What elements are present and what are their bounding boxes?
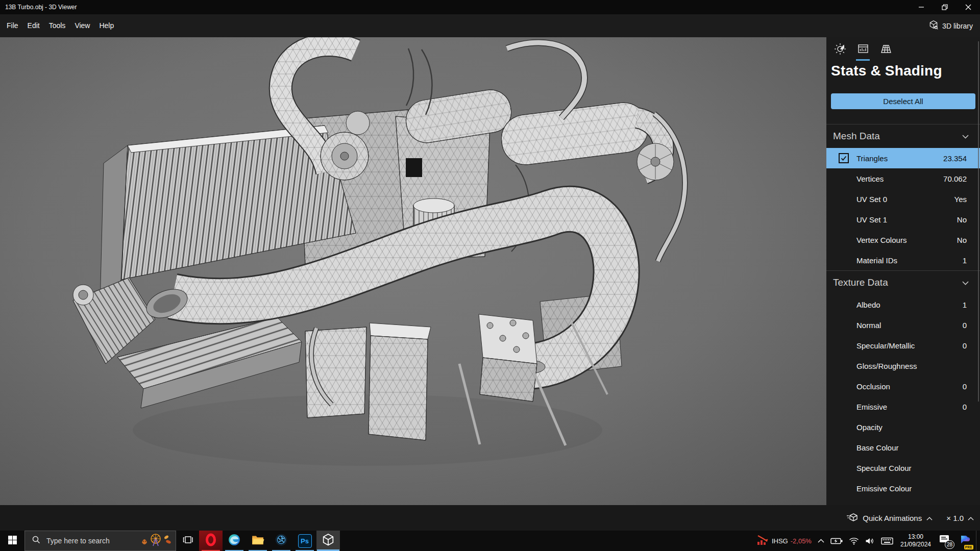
notification-center-button[interactable]: 28 [935, 531, 955, 551]
stat-row[interactable]: Occlusion 0 [826, 376, 980, 396]
clock-widget[interactable]: 13:00 21/09/2024 [896, 531, 935, 551]
section-header[interactable]: Texture Data [826, 271, 980, 294]
row-value: 70.062 [943, 174, 967, 183]
show-desktop-button[interactable] [976, 531, 979, 551]
taskbar-app-edge[interactable] [223, 531, 246, 551]
stat-row[interactable]: Material IDs 1 [826, 250, 980, 270]
search-daily-decoration [140, 532, 173, 549]
section-rows: Albedo 1 Normal 0 Specular/Metallic 0 Gl… [826, 294, 980, 498]
stat-row[interactable]: Base Colour [826, 437, 980, 458]
row-value: 1 [963, 256, 967, 265]
section-title: Texture Data [833, 277, 962, 288]
row-label: Emissive Colour [856, 484, 912, 493]
taskbar-app-3d-viewer[interactable] [316, 531, 340, 551]
menu-tools[interactable]: Tools [44, 14, 70, 37]
section-header[interactable]: Mesh Data [826, 124, 980, 148]
camera-shutter-icon [275, 533, 288, 548]
tray-date: 21/09/2024 [900, 541, 931, 548]
hidden-icons-chevron[interactable] [815, 531, 827, 551]
quick-animations-label[interactable]: Quick Animations [863, 514, 922, 522]
stat-row[interactable]: Normal 0 [826, 315, 980, 335]
copilot-preview-badge: PRE [964, 545, 973, 549]
menu-file[interactable]: File [2, 14, 23, 37]
chevron-up-icon[interactable] [968, 514, 974, 522]
row-label: UV Set 1 [856, 215, 887, 224]
stat-row[interactable]: Gloss/Roughness [826, 356, 980, 376]
row-label: Vertex Colours [856, 236, 906, 244]
3d-library-button[interactable]: 3D library [924, 14, 977, 37]
minimize-button[interactable] [910, 0, 933, 14]
windows-taskbar: Type here to search [0, 531, 980, 551]
search-box[interactable]: Type here to search [24, 531, 176, 551]
row-value: 0 [963, 321, 967, 330]
section-title: Mesh Data [833, 131, 962, 142]
opera-icon [204, 533, 217, 548]
taskbar-app-opera[interactable] [199, 531, 223, 551]
start-button[interactable] [0, 531, 24, 551]
row-checkbox[interactable] [839, 153, 849, 163]
notification-count-badge: 28 [945, 540, 954, 549]
stock-symbol: IHSG [772, 537, 788, 545]
close-button[interactable] [957, 0, 980, 14]
row-value: 0 [963, 403, 967, 411]
stock-change: -2,05% [791, 537, 812, 545]
stats-shading-panel: Stats & Shading Deselect All Mesh Data T… [826, 37, 980, 505]
taskbar-app-file-explorer[interactable] [246, 531, 270, 551]
task-view-button[interactable] [176, 531, 199, 551]
row-label: Material IDs [856, 256, 897, 265]
menu-view[interactable]: View [70, 14, 94, 37]
edge-icon [228, 533, 241, 548]
taskbar-app-shutter[interactable] [270, 531, 293, 551]
panel-section: Mesh Data Triangles 23.354 Vertices 70.0… [826, 124, 980, 270]
stat-row[interactable]: UV Set 1 No [826, 209, 980, 230]
menu-bar: File Edit Tools View Help 3D library [0, 14, 980, 37]
chevron-down-icon [962, 278, 969, 287]
window-title: 13B Turbo.obj - 3D Viewer [5, 0, 77, 14]
row-label: Albedo [856, 300, 880, 309]
stats-chart-icon [857, 43, 869, 57]
photoshop-icon: Ps [298, 534, 312, 548]
stat-row[interactable]: Vertex Colours No [826, 230, 980, 250]
engine-wireframe-model [0, 37, 826, 505]
tab-environment-lighting[interactable] [828, 41, 851, 59]
3d-viewport[interactable] [0, 37, 826, 505]
row-value: No [957, 236, 967, 244]
windows-logo-icon [8, 536, 17, 546]
tab-stats-shading[interactable] [851, 41, 874, 59]
panel-sections: Mesh Data Triangles 23.354 Vertices 70.0… [826, 124, 980, 498]
search-icon [32, 536, 40, 546]
stock-down-chart-icon [756, 534, 770, 548]
battery-icon[interactable] [827, 531, 846, 551]
menu-help[interactable]: Help [94, 14, 118, 37]
touch-keyboard-icon[interactable] [878, 531, 896, 551]
stat-row[interactable]: Opacity [826, 417, 980, 437]
stat-row[interactable]: Specular/Metallic 0 [826, 335, 980, 356]
chevron-down-icon [962, 132, 969, 141]
deselect-all-button[interactable]: Deselect All [831, 93, 975, 109]
row-label: Occlusion [856, 382, 890, 391]
title-bar: 13B Turbo.obj - 3D Viewer [0, 0, 980, 14]
3d-library-label: 3D library [942, 22, 973, 30]
stock-ticker-widget[interactable]: IHSG -2,05% [753, 531, 815, 551]
stat-row[interactable]: UV Set 0 Yes [826, 189, 980, 209]
chevron-up-icon[interactable] [926, 514, 933, 522]
stat-row[interactable]: Emissive 0 [826, 396, 980, 417]
stat-row[interactable]: Vertices 70.062 [826, 168, 980, 189]
stat-row[interactable]: Specular Colour [826, 458, 980, 478]
tab-grid-view[interactable] [874, 41, 897, 59]
taskbar-app-photoshop[interactable]: Ps [293, 531, 316, 551]
task-view-icon [183, 535, 193, 546]
stat-row[interactable]: Albedo 1 [826, 294, 980, 315]
copilot-preview-button[interactable]: PRE [955, 531, 974, 551]
panel-scrollbar[interactable] [978, 41, 979, 402]
stat-row[interactable]: Emissive Colour [826, 478, 980, 498]
3d-viewer-cube-icon [321, 533, 335, 549]
restore-button[interactable] [933, 0, 957, 14]
wifi-icon[interactable] [846, 531, 862, 551]
row-value: Yes [954, 195, 967, 204]
menu-edit[interactable]: Edit [23, 14, 44, 37]
stat-row[interactable]: Triangles 23.354 [826, 148, 980, 168]
animation-speed-label[interactable]: × 1.0 [946, 514, 964, 522]
row-label: Vertices [856, 174, 884, 183]
volume-icon[interactable] [862, 531, 878, 551]
